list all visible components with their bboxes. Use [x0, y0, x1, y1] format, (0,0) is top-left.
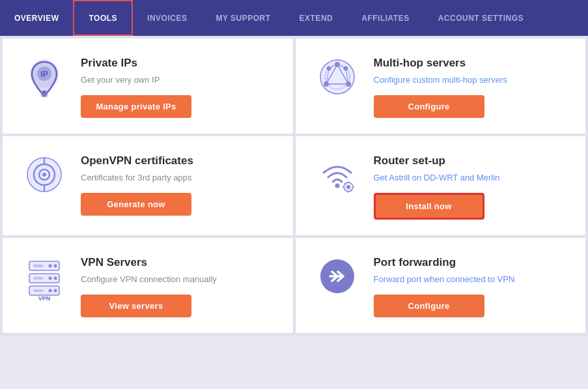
openvpn-button[interactable]: Generate now	[81, 193, 191, 216]
svg-text:IP: IP	[40, 70, 48, 79]
nav-item-invoices[interactable]: INVOICES	[133, 0, 201, 36]
card-router-setup: Router set-upGet Astrill on DD-WRT and M…	[296, 136, 586, 235]
svg-point-36	[54, 265, 57, 268]
router-setup-desc: Get Astrill on DD-WRT and Merlin	[374, 173, 568, 182]
multi-hop-button[interactable]: Configure	[374, 95, 484, 118]
openvpn-content: OpenVPN certificatesCertificates for 3rd…	[81, 154, 275, 216]
svg-point-40	[49, 277, 52, 280]
multi-hop-desc: Configure custom multi-hop servers	[374, 75, 568, 85]
private-ips-desc: Get your very own IP	[81, 75, 275, 85]
card-private-ips: IP Private IPsGet your very own IPManage…	[3, 38, 293, 134]
multi-hop-content: Multi-hop serversConfigure custom multi-…	[374, 57, 568, 118]
multi-hop-icon	[314, 57, 361, 97]
vpn-servers-icon: VPN	[21, 256, 68, 303]
nav-item-affiliates[interactable]: AFFILIATES	[347, 0, 423, 36]
vpn-servers-button[interactable]: View servers	[81, 295, 191, 317]
multi-hop-title: Multi-hop servers	[374, 57, 568, 70]
nav-item-account-settings[interactable]: ACCOUNT SETTINGS	[424, 0, 538, 36]
tools-grid: IP Private IPsGet your very own IPManage…	[0, 36, 588, 336]
vpn-servers-title: VPN Servers	[81, 256, 275, 269]
svg-point-39	[54, 277, 57, 280]
router-setup-button[interactable]: Install now	[374, 193, 484, 220]
port-forwarding-button[interactable]: Configure	[374, 295, 484, 317]
vpn-servers-desc: Configure VPN connection manually	[81, 274, 275, 284]
card-vpn-servers: VPN VPN ServersConfigure VPN connection …	[3, 238, 293, 333]
private-ips-title: Private IPs	[81, 57, 275, 70]
svg-point-42	[54, 289, 57, 293]
router-setup-title: Router set-up	[374, 154, 568, 167]
nav-item-tools[interactable]: TOOLS	[73, 0, 133, 36]
svg-rect-5	[43, 93, 46, 96]
navbar: OVERVIEWTOOLSINVOICESMY SUPPORTEXTENDAFF…	[0, 0, 588, 36]
vpn-servers-content: VPN ServersConfigure VPN connection manu…	[81, 256, 275, 317]
port-forwarding-desc: Forward port when connected to VPN	[374, 274, 568, 284]
private-ips-icon: IP	[21, 57, 68, 101]
svg-rect-38	[33, 265, 44, 267]
private-ips-button[interactable]: Manage private IPs	[81, 95, 191, 118]
port-forwarding-icon	[314, 256, 361, 296]
svg-point-26	[346, 185, 350, 189]
openvpn-icon	[21, 154, 68, 195]
card-openvpn: OpenVPN certificatesCertificates for 3rd…	[3, 136, 293, 235]
svg-point-4	[43, 91, 46, 93]
port-forwarding-content: Port forwardingForward port when connect…	[374, 256, 568, 317]
openvpn-desc: Certificates for 3rd party apps	[81, 173, 275, 182]
nav-item-my-support[interactable]: MY SUPPORT	[201, 0, 285, 36]
svg-point-23	[42, 173, 46, 177]
openvpn-title: OpenVPN certificates	[81, 154, 275, 167]
svg-point-37	[49, 265, 52, 268]
svg-rect-41	[33, 277, 44, 280]
nav-item-extend[interactable]: EXTEND	[285, 0, 348, 36]
svg-rect-44	[33, 289, 44, 292]
card-multi-hop: Multi-hop serversConfigure custom multi-…	[296, 38, 586, 134]
router-setup-icon	[314, 154, 361, 195]
svg-point-43	[49, 289, 52, 293]
nav-item-overview[interactable]: OVERVIEW	[0, 0, 73, 36]
port-forwarding-title: Port forwarding	[374, 256, 568, 269]
card-port-forwarding: Port forwardingForward port when connect…	[296, 238, 586, 333]
private-ips-content: Private IPsGet your very own IPManage pr…	[81, 57, 275, 118]
svg-point-24	[335, 184, 339, 188]
router-setup-content: Router set-upGet Astrill on DD-WRT and M…	[374, 154, 568, 220]
svg-text:VPN: VPN	[38, 295, 51, 302]
